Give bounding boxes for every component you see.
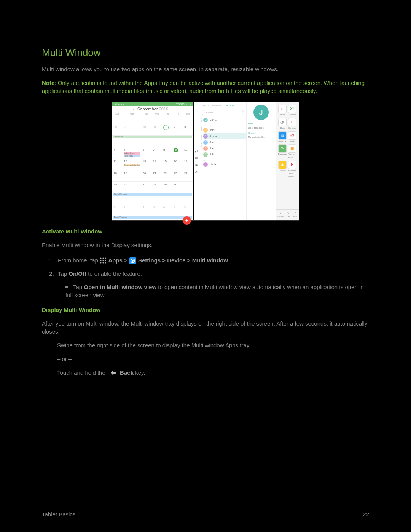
svg-point-5 [105, 260, 106, 261]
more-icon: ⋮ [190, 103, 191, 105]
or-separator: – or – [57, 355, 369, 363]
svg-point-11 [132, 260, 134, 262]
calendar-today-label: TODAY [176, 103, 185, 105]
settings-gear-icon [129, 257, 137, 267]
heading-display: Display Multi Window [42, 306, 369, 314]
svg-point-7 [102, 262, 104, 264]
svg-point-6 [100, 262, 101, 264]
svg-point-8 [105, 262, 106, 264]
contacts-list: CCarl…JJJam…JJasonJJenn…JJoeJJohnLLLinda [203, 117, 246, 220]
note-label: Note [42, 80, 54, 86]
drag-icon: ⧉ [194, 156, 198, 160]
contacts-search: ⌕ Search [202, 110, 244, 115]
footer-page-number: 22 [363, 510, 369, 518]
close-icon: ✕ [194, 170, 198, 174]
swipe-instruction: Swipe from the right side of the screen … [57, 341, 369, 349]
chevron-left-icon: ‹ [133, 106, 134, 112]
heading-activate: Activate Multi Window [42, 227, 369, 235]
activate-lead: Enable Multi window in the Display setti… [42, 241, 369, 249]
svg-point-4 [102, 260, 104, 261]
contacts-tabs: Groups Favorites Contacts [199, 102, 246, 109]
step-1: From home, tap Apps > Settings > Device … [56, 255, 369, 268]
heading-multi-window: Multi Window [42, 46, 369, 59]
screenshot-calendar-pane: Month ▾ TODAY ⌕ ⋮ ‹ September 2016 › Sun… [112, 102, 193, 220]
svg-point-2 [105, 258, 106, 259]
calendar-month-header: ‹ September 2016 › [112, 106, 193, 112]
svg-point-3 [100, 260, 101, 261]
screenshot-contact-card: J Other (555) 555-5555 Groups My contact… [246, 102, 276, 220]
expand-icon: ▣ [194, 163, 198, 167]
screenshot-apps-tray: eeBay31Calendar◔Clock☺Contacts⧈Dropbox@E… [276, 102, 299, 220]
footer-section: Tablet Basics [42, 510, 75, 518]
calendar-view-label: Month ▾ [115, 102, 124, 106]
split-handle: ⇄ ⧉ ▣ ✕ [193, 102, 200, 220]
swap-icon: ⇄ [194, 149, 198, 153]
contacts-index: ABCDEFJLSTVWZ [199, 117, 203, 220]
document-page: Multi Window Multi window allows you to … [0, 0, 411, 532]
multi-window-screenshot: Month ▾ TODAY ⌕ ⋮ ‹ September 2016 › Sun… [112, 102, 299, 220]
display-lead: After you turn on Multi window, the Mult… [42, 320, 369, 335]
step-2-subbullet: Tap Open in Multi window view to open co… [65, 283, 369, 299]
steps-list: From home, tap Apps > Settings > Device … [56, 255, 369, 279]
apps-grid-icon [100, 257, 107, 266]
note-body: : Only applications found within the App… [42, 80, 365, 94]
svg-point-0 [100, 258, 101, 259]
page-footer: Tablet Basics 22 [42, 510, 369, 518]
contact-avatar: J [253, 105, 269, 120]
chevron-right-icon: › [171, 106, 173, 112]
bullet-icon [65, 286, 68, 288]
back-key-icon [108, 369, 117, 377]
step-2: Tap On/Off to enable the feature. [56, 268, 369, 279]
calendar-toolbar: Month ▾ TODAY ⌕ ⋮ [112, 102, 193, 106]
screenshot-contacts-pane: Groups Favorites Contacts ⌕ Search ABCDE… [199, 102, 246, 220]
svg-point-1 [102, 258, 104, 259]
search-icon: ⌕ [186, 103, 188, 105]
tray-bottom-bar: ＋Create ✎Edit ?Help [276, 209, 299, 220]
note-paragraph: Note: Only applications found within the… [42, 79, 369, 95]
intro-paragraph: Multi window allows you to use two apps … [42, 65, 369, 73]
calendar-grid: Sun Mon Tue Wed Thu Fri Sat 28 29 30 31 … [112, 112, 193, 227]
touch-hold-instruction: Touch and hold the Back key. [57, 369, 369, 377]
